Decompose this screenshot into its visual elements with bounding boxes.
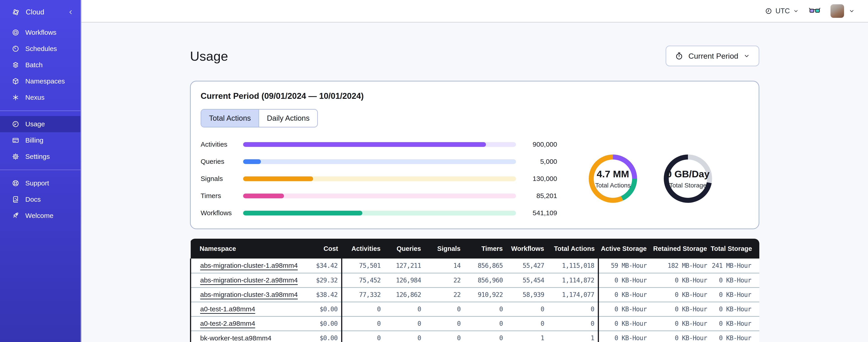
retained-storage-cell: 0 KB-Hour <box>650 287 711 302</box>
bar-track <box>243 159 516 164</box>
namespace-link[interactable]: abs-migration-cluster-1.a98mm4 <box>200 262 298 269</box>
bar-row-timers: Timers 85,201 <box>200 192 557 200</box>
activities-cell: 75,452 <box>342 273 384 287</box>
bar-track <box>243 176 516 181</box>
namespace-link[interactable]: abs-migration-cluster-2.a98mm4 <box>200 276 298 284</box>
chevron-down-icon <box>848 8 855 14</box>
bar-fill <box>243 176 313 181</box>
total-storage-donut: 0 GB/Day Total Storage <box>664 155 712 203</box>
col-header-retained-storage: Retained Storage <box>650 239 711 259</box>
settings-gear-icon <box>12 153 20 161</box>
donut-charts: 4.7 MM Total Actions 0 GB/Day Total Stor… <box>589 155 712 203</box>
col-header-namespace: Namespace <box>191 239 294 259</box>
sidebar-item-label: Docs <box>25 196 41 203</box>
sidebar-item-support[interactable]: Support <box>0 175 81 191</box>
sidebar-brand[interactable]: Cloud <box>0 0 81 24</box>
sidebar-item-label: Welcome <box>25 212 53 219</box>
bar-value: 5,000 <box>519 158 557 165</box>
clock-icon <box>765 7 772 15</box>
workflows-cell: 0 <box>506 302 548 316</box>
active-storage-cell: 0 KB-Hour <box>598 273 650 287</box>
panel-heading: Current Period (09/01/2024 — 10/01/2024) <box>200 91 749 101</box>
table-header-row: Namespace Cost Activities Queries Signal… <box>191 239 760 259</box>
sidebar-item-namespaces[interactable]: Namespaces <box>0 73 81 89</box>
sidebar-item-billing[interactable]: Billing <box>0 132 81 148</box>
bar-fill <box>243 194 284 198</box>
bar-value: 541,109 <box>519 209 557 217</box>
queries-cell: 126,862 <box>384 287 425 302</box>
bar-fill <box>243 159 261 164</box>
sidebar-item-label: Nexus <box>25 94 44 101</box>
account-menu[interactable] <box>831 4 855 18</box>
sidebar-item-docs[interactable]: Docs <box>0 191 81 208</box>
sidebar-item-label: Settings <box>25 153 50 161</box>
timers-cell: 856,960 <box>464 273 506 287</box>
period-selector-button[interactable]: Current Period <box>665 45 759 66</box>
support-lifebuoy-icon <box>12 179 20 187</box>
total-storage-cell: 0 KB-Hour <box>711 316 760 331</box>
col-header-timers: Timers <box>464 239 506 259</box>
col-header-workflows: Workflows <box>506 239 548 259</box>
cost-cell: $0.00 <box>294 302 342 316</box>
signals-cell: 0 <box>425 302 464 316</box>
sidebar-item-usage[interactable]: Usage <box>0 116 81 132</box>
content: Usage Current Period Current Period (09/… <box>81 23 868 342</box>
sidebar-collapse-button[interactable] <box>67 9 74 15</box>
retained-storage-cell: 0 KB-Hour <box>650 302 711 316</box>
table-row: a0-test-1.a98mm4 $0.00 0 0 0 0 0 0 0 KB-… <box>191 302 760 316</box>
sidebar-item-schedules[interactable]: Schedules <box>0 41 81 57</box>
queries-cell: 0 <box>384 316 425 331</box>
total-actions-cell: 1,115,018 <box>548 259 598 273</box>
sidebar-item-nexus[interactable]: Nexus <box>0 89 81 106</box>
activities-cell: 0 <box>342 316 384 331</box>
period-selector-label: Current Period <box>688 52 738 61</box>
namespace-link[interactable]: abs-migration-cluster-3.a98mm4 <box>200 291 298 298</box>
timers-cell: 0 <box>464 302 506 316</box>
activities-cell: 75,501 <box>342 259 384 273</box>
table-row: abs-migration-cluster-1.a98mm4 $34.42 75… <box>191 259 760 273</box>
bar-value: 900,000 <box>519 141 557 148</box>
col-header-signals: Signals <box>425 239 464 259</box>
namespace-link[interactable]: a0-test-1.a98mm4 <box>200 305 255 313</box>
actions-tab-group: Total Actions Daily Actions <box>200 109 318 128</box>
namespace-link[interactable]: bk-worker-test.a98mm4 <box>200 334 271 342</box>
timers-cell: 910,922 <box>464 287 506 302</box>
bar-label: Timers <box>200 192 243 200</box>
namespaces-icon <box>12 77 20 85</box>
sidebar-item-welcome[interactable]: Welcome <box>0 208 81 224</box>
active-storage-cell: 0 KB-Hour <box>598 316 650 331</box>
total-actions-cell: 1 <box>548 331 598 342</box>
sidebar-nav-main: Workflows Schedules Batch Namespaces Nex… <box>0 24 81 106</box>
sidebar-item-batch[interactable]: Batch <box>0 57 81 73</box>
timers-cell: 0 <box>464 316 506 331</box>
bar-value: 85,201 <box>519 192 557 200</box>
glasses-icon[interactable] <box>809 7 820 15</box>
bar-label: Workflows <box>200 209 243 217</box>
sidebar-divider <box>0 170 81 170</box>
sidebar-item-settings[interactable]: Settings <box>0 148 81 165</box>
activities-cell: 77,332 <box>342 287 384 302</box>
sidebar-item-label: Batch <box>25 61 43 69</box>
tab-daily-actions[interactable]: Daily Actions <box>259 110 317 127</box>
namespace-usage-table: Namespace Cost Activities Queries Signal… <box>190 239 759 342</box>
timezone-selector[interactable]: UTC <box>765 7 799 15</box>
topbar: UTC <box>81 0 868 23</box>
total-actions-cell: 0 <box>548 302 598 316</box>
total-storage-cell: 0 KB-Hour <box>711 287 760 302</box>
bar-track <box>243 211 516 215</box>
tab-total-actions[interactable]: Total Actions <box>201 110 259 127</box>
namespace-link[interactable]: a0-test-2.a98mm4 <box>200 320 255 327</box>
nexus-icon <box>12 94 20 101</box>
table-row: bk-worker-test.a98mm4 $0.00 0 0 0 0 1 1 … <box>191 331 760 342</box>
cost-cell: $0.00 <box>294 316 342 331</box>
retained-storage-cell: 0 KB-Hour <box>650 316 711 331</box>
usage-summary-panel: Current Period (09/01/2024 — 10/01/2024)… <box>190 81 759 229</box>
active-storage-cell: 0 KB-Hour <box>598 331 650 342</box>
sidebar-item-workflows[interactable]: Workflows <box>0 24 81 41</box>
total-storage-cell: 0 KB-Hour <box>711 331 760 342</box>
sidebar-item-label: Namespaces <box>25 77 65 85</box>
billing-card-icon <box>12 136 20 144</box>
signals-cell: 14 <box>425 259 464 273</box>
col-header-queries: Queries <box>384 239 425 259</box>
usage-gauge-icon <box>12 120 20 128</box>
